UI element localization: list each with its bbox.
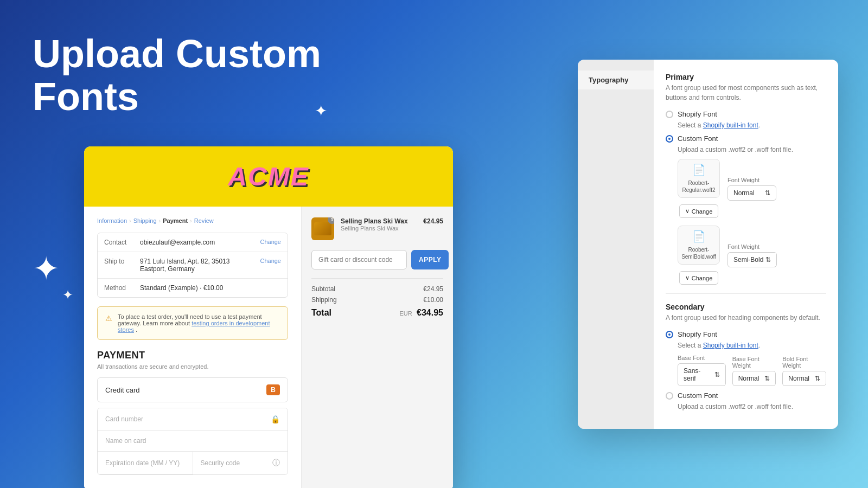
panel-sidebar: Typography Primary A font group used for… (578, 60, 838, 429)
credit-card-label: Credit card (105, 386, 140, 394)
font-file-box-2: 📄 Roobert-SemiBold.woff (678, 226, 720, 265)
shopify-font-sub: Select a Shopify built-in font. (678, 121, 826, 129)
custom-font-label-secondary: Custom Font (678, 391, 718, 400)
discount-input[interactable] (311, 250, 407, 269)
font-file-row-2: 📄 Roobert-SemiBold.woff ∨ Change Font We… (678, 226, 826, 285)
hero-title-line2: Fonts (33, 75, 321, 118)
checkout-card: ACME Information › Shipping › Payment › … (84, 146, 453, 488)
bold-weight-arrows: ⇅ (815, 375, 820, 382)
divider (666, 293, 826, 294)
breadcrumb-information[interactable]: Information (97, 217, 127, 224)
security-field[interactable]: Security code ⓘ (193, 452, 288, 474)
card-fields-group: Card number 🔒 Name on card Expiration da… (97, 408, 288, 475)
card-number-field[interactable]: Card number 🔒 (98, 408, 288, 431)
custom-font-option-primary[interactable]: Custom Font (666, 134, 826, 143)
font-weight-select-2[interactable]: Semi-Bold ⇅ (727, 252, 777, 267)
shipto-change[interactable]: Change (253, 252, 288, 278)
secondary-section-title: Secondary (666, 303, 826, 311)
hero-title: Upload Custom Fonts (33, 33, 321, 118)
name-on-card-field[interactable]: Name on card (98, 431, 288, 452)
warning-icon: ⚠ (105, 314, 112, 323)
base-font-row: Base Font Sans-serif ⇅ Base Font Weight … (678, 355, 826, 386)
subtotal-label: Subtotal (311, 285, 335, 293)
total-value: €34.95 (417, 308, 443, 317)
font-weight-select-1[interactable]: Normal ⇅ (727, 185, 776, 201)
order-item-info: Selling Plans Ski Wax Selling Plans Ski … (341, 217, 417, 232)
custom-font-sub-secondary: Upload a custom .woff2 or .woff font fil… (678, 403, 826, 410)
contact-value: obiezulauf@example.com (136, 233, 253, 252)
font-file-icon-1: 📄 (692, 163, 706, 176)
base-weight-arrows: ⇅ (764, 375, 770, 382)
contact-label: Contact (98, 233, 136, 252)
nav-typography[interactable]: Typography (578, 70, 654, 89)
info-row-method: Method Standard (Example) · €10.00 (98, 279, 288, 297)
base-font-label: Base Font (678, 355, 726, 361)
subtotal-value: €24.95 (423, 285, 443, 293)
method-value: Standard (Example) · €10.00 (136, 279, 275, 297)
warning-text: To place a test order, you'll need to us… (118, 313, 280, 333)
shipping-row: Shipping €10.00 (311, 296, 443, 304)
font-weight-label-2: Font Weight (727, 243, 777, 250)
lock-icon: 🔒 (271, 415, 280, 423)
expiry-security-row: Expiration date (MM / YY) Security code … (98, 452, 288, 474)
shipto-value: 971 Lulu Island, Apt. 82, 35013 Eastport… (136, 252, 253, 278)
hero-title-line1: Upload Custom (33, 33, 321, 75)
shopify-font-link-secondary[interactable]: Shopify built-in font (703, 342, 758, 349)
shopify-font-link[interactable]: Shopify built-in font (703, 121, 758, 129)
panel-content: Primary A font group used for most compo… (654, 60, 838, 429)
payment-method-row[interactable]: Credit card B (97, 377, 288, 402)
base-font-select[interactable]: Sans-serif ⇅ (678, 363, 726, 386)
warning-box: ⚠ To place a test order, you'll need to … (97, 306, 288, 340)
card-number-label: Card number (105, 415, 143, 423)
order-item-name: Selling Plans Ski Wax (341, 217, 417, 225)
total-currency: EUR (399, 310, 412, 317)
shopify-font-option[interactable]: Shopify Font (666, 110, 826, 118)
bold-weight-value: Normal (788, 375, 809, 382)
info-row-contact: Contact obiezulauf@example.com Change (98, 233, 288, 252)
expiry-label: Expiration date (MM / YY) (105, 459, 180, 467)
custom-font-radio-secondary[interactable] (666, 392, 673, 400)
subtotal-row: Subtotal €24.95 (311, 285, 443, 293)
breadcrumb-sep-1: › (129, 217, 131, 224)
breadcrumb-shipping[interactable]: Shipping (133, 217, 157, 224)
font-weight-value-1: Normal (733, 189, 755, 197)
sparkle-icon-2: ✦ (33, 249, 60, 287)
bold-weight-group: Bold Font Weight Normal ⇅ (782, 356, 826, 386)
base-weight-label: Base Font Weight (732, 356, 776, 369)
help-icon: ⓘ (272, 458, 280, 468)
custom-font-option-secondary[interactable]: Custom Font (666, 391, 826, 400)
grand-total-row: Total EUR €34.95 (311, 308, 443, 318)
primary-section-title: Primary (666, 73, 826, 81)
font-file-change-btn-2[interactable]: ∨ Change (679, 271, 719, 285)
bold-weight-select[interactable]: Normal ⇅ (782, 371, 826, 386)
method-label: Method (98, 279, 136, 297)
breadcrumb-review[interactable]: Review (194, 217, 214, 224)
payment-section: PAYMENT All transactions are secure and … (97, 350, 288, 475)
custom-font-radio-primary[interactable] (666, 135, 673, 143)
security-label: Security code (201, 459, 240, 467)
shipto-label: Ship to (98, 252, 136, 278)
breadcrumb: Information › Shipping › Payment › Revie… (97, 217, 288, 224)
shopify-font-option-secondary[interactable]: Shopify Font (666, 330, 826, 338)
expiry-field[interactable]: Expiration date (MM / YY) (98, 452, 193, 474)
select-arrows-1: ⇅ (765, 189, 770, 197)
shopify-font-radio-secondary[interactable] (666, 331, 673, 338)
info-row-shipto: Ship to 971 Lulu Island, Apt. 82, 35013 … (98, 252, 288, 279)
base-weight-select[interactable]: Normal ⇅ (732, 371, 776, 386)
shopify-font-radio[interactable] (666, 111, 673, 118)
font-file-name-1: Roobert-Regular.woff2 (678, 179, 719, 194)
font-file-change-btn-1[interactable]: ∨ Change (679, 204, 719, 218)
order-item: 1 Selling Plans Ski Wax Selling Plans Sk… (311, 217, 443, 240)
apply-button[interactable]: APPLY (411, 250, 449, 269)
order-item-price: €24.95 (423, 217, 443, 225)
custom-font-sub-primary: Upload a custom .woff2 or .woff font fil… (678, 146, 826, 153)
chevron-down-icon-2: ∨ (685, 274, 690, 281)
order-item-variant: Selling Plans Ski Wax (341, 225, 417, 232)
shipping-label: Shipping (311, 296, 337, 304)
payment-subtitle: All transactions are secure and encrypte… (97, 363, 288, 370)
shipping-value: €10.00 (423, 296, 443, 304)
base-font-value: Sans-serif (684, 367, 709, 382)
base-font-group: Base Font Sans-serif ⇅ (678, 355, 726, 386)
contact-change[interactable]: Change (253, 233, 288, 252)
primary-section-desc: A font group used for most components su… (666, 83, 826, 102)
